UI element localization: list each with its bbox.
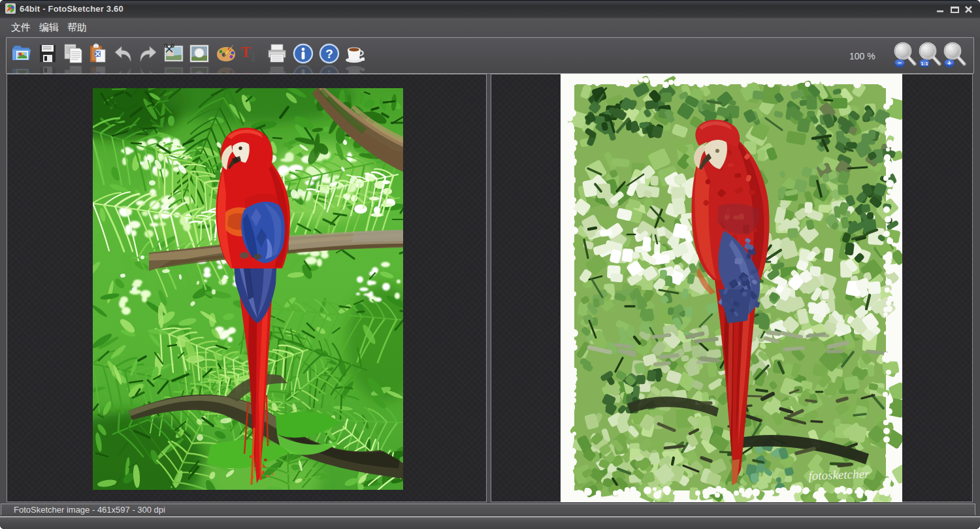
svg-text:1:1: 1:1 [921, 61, 928, 67]
svg-text:−: − [898, 59, 902, 67]
svg-text:+: + [947, 59, 951, 67]
svg-text:fotosketcher: fotosketcher [808, 467, 870, 483]
svg-text:?: ? [325, 47, 333, 61]
svg-text:T: T [249, 50, 258, 64]
